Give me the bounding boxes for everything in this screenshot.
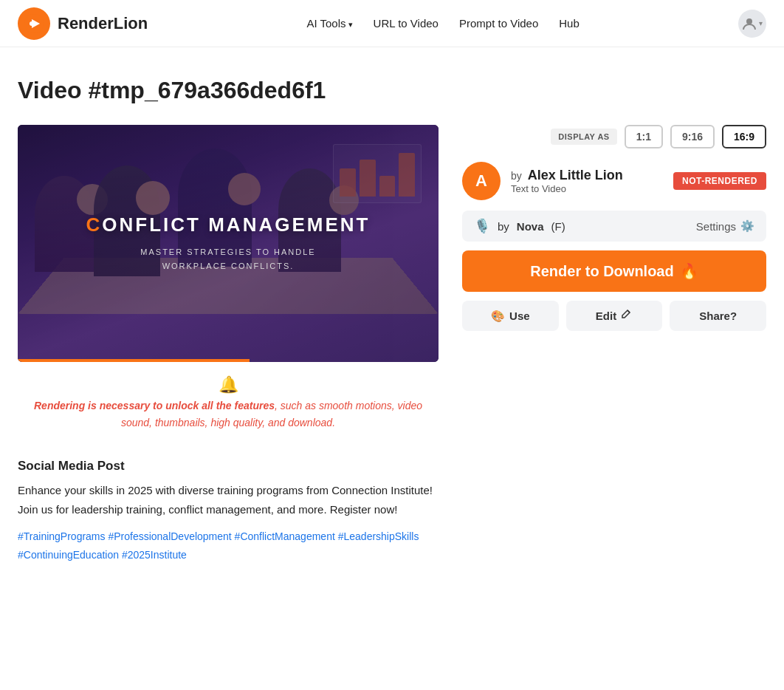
edit-label: Edit	[596, 310, 616, 322]
page-title: Video #tmp_679a366ded6f1	[18, 77, 766, 104]
video-subtitle: MASTER STRATEGIES TO HANDLE WORKPLACE CO…	[140, 245, 315, 273]
share-label: Share?	[699, 310, 737, 322]
nav-hub[interactable]: Hub	[559, 17, 580, 30]
right-column: DISPLAY AS 1:1 9:16 16:9 A by Alex Littl…	[462, 125, 766, 331]
social-body: Enhance your skills in 2025 with diverse…	[18, 481, 439, 519]
ratio-9-16[interactable]: 9:16	[670, 125, 715, 148]
video-title-overlay: CONFLICT MANAGEMENT	[86, 214, 371, 236]
not-rendered-badge: NOT-RENDERED	[673, 172, 766, 190]
use-icon: 🎨	[491, 310, 505, 323]
display-as-row: DISPLAY AS 1:1 9:16 16:9	[462, 125, 766, 148]
author-name: Alex Little Lion	[528, 168, 623, 182]
logo-icon	[18, 7, 50, 40]
nav-links: AI Tools URL to Video Prompt to Video Hu…	[306, 17, 579, 30]
voice-row: 🎙️ by Nova (F) Settings ⚙️	[462, 211, 766, 242]
action-row: 🎨 Use Edit Share?	[462, 301, 766, 331]
user-menu[interactable]: ▾	[738, 10, 766, 38]
author-info: by Alex Little Lion Text to Video	[511, 168, 663, 194]
use-label: Use	[509, 310, 530, 322]
ratio-16-9[interactable]: 16:9	[722, 125, 766, 148]
voice-note: (F)	[551, 220, 565, 233]
logo-link[interactable]: RenderLion	[18, 7, 148, 40]
video-overlay: CONFLICT MANAGEMENT MASTER STRATEGIES TO…	[18, 125, 439, 362]
mic-icon: 🎙️	[474, 218, 490, 234]
settings-label: Settings	[696, 220, 736, 233]
settings-icon: ⚙️	[740, 219, 754, 233]
svg-point-2	[30, 21, 34, 26]
display-as-label: DISPLAY AS	[551, 129, 616, 145]
title-c-letter: C	[86, 214, 103, 236]
nav-url-to-video[interactable]: URL to Video	[374, 17, 439, 30]
nav-prompt-to-video[interactable]: Prompt to Video	[459, 17, 538, 30]
render-btn-label: Render to Download	[530, 263, 673, 280]
social-tags: #TrainingPrograms #ProfessionalDevelopme…	[18, 527, 439, 564]
share-button[interactable]: Share?	[670, 301, 766, 331]
author-card: A by Alex Little Lion Text to Video NOT-…	[462, 162, 766, 200]
voice-by: by	[498, 220, 509, 233]
edit-button[interactable]: Edit	[566, 301, 663, 331]
social-section: Social Media Post Enhance your skills in…	[18, 459, 439, 564]
alert-area: 🔔 Rendering is necessary to unlock all t…	[18, 362, 439, 433]
main-page: Video #tmp_679a366ded6f1	[0, 47, 784, 609]
edit-icon	[621, 309, 633, 323]
use-button[interactable]: 🎨 Use	[462, 301, 559, 331]
video-progress-bar	[18, 359, 250, 362]
voice-name: Nova	[517, 220, 544, 233]
social-title: Social Media Post	[18, 459, 439, 474]
content-area: CONFLICT MANAGEMENT MASTER STRATEGIES TO…	[18, 125, 766, 565]
voice-left: 🎙️ by Nova (F)	[474, 218, 565, 234]
author-type: Text to Video	[511, 183, 663, 194]
author-by-label: by Alex Little Lion	[511, 168, 663, 183]
video-preview: CONFLICT MANAGEMENT MASTER STRATEGIES TO…	[18, 125, 439, 362]
render-btn-icon: 🔥	[680, 262, 698, 280]
alert-text: Rendering is necessary to unlock all the…	[18, 397, 439, 433]
render-to-download-button[interactable]: Render to Download 🔥	[462, 250, 766, 292]
ratio-1-1[interactable]: 1:1	[625, 125, 663, 148]
title-rest: ONFLICT MANAGEMENT	[102, 214, 370, 236]
navbar: RenderLion AI Tools URL to Video Prompt …	[0, 0, 784, 47]
bell-icon: 🔔	[18, 375, 439, 394]
nav-ai-tools[interactable]: AI Tools	[306, 17, 352, 30]
author-avatar: A	[462, 162, 501, 200]
video-column: CONFLICT MANAGEMENT MASTER STRATEGIES TO…	[18, 125, 439, 565]
alert-bold: Rendering is necessary to unlock all the…	[34, 400, 275, 411]
svg-point-3	[746, 18, 752, 24]
logo-text: RenderLion	[58, 14, 148, 33]
voice-settings[interactable]: Settings ⚙️	[696, 219, 754, 233]
